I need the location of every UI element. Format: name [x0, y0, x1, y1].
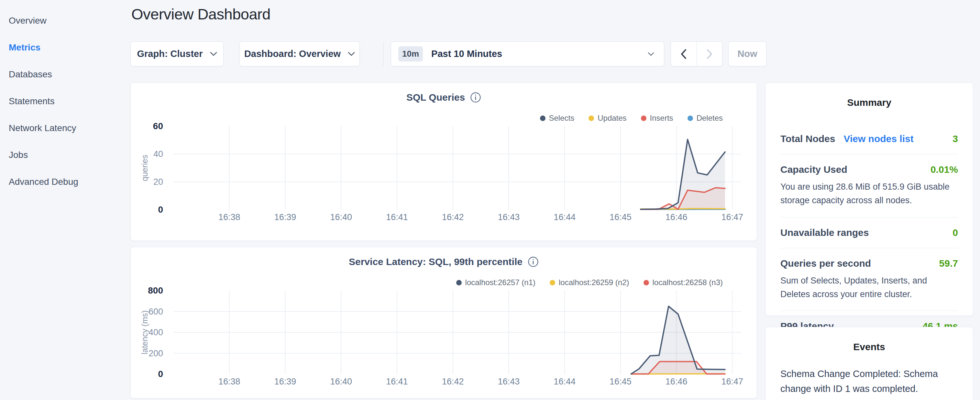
time-range-label: Past 10 Minutes: [431, 49, 502, 59]
x-tick-label: 16:43: [498, 377, 520, 386]
sql-queries-plot[interactable]: 020406016:3816:3916:4016:4116:4216:4316:…: [131, 83, 757, 236]
summary-row-description: You are using 28.6 MiB of 515.9 GiB usab…: [780, 180, 958, 207]
view-nodes-list-link[interactable]: View nodes list: [843, 133, 913, 144]
summary-row-label: Queries per second: [780, 258, 871, 269]
service-latency-plot[interactable]: 020040060080016:3816:3916:4016:4116:4216…: [131, 247, 757, 400]
y-tick-label: 60: [153, 121, 163, 131]
summary-row-unavailable-ranges: Unavailable ranges 0: [780, 217, 958, 248]
y-axis-title: latency (ms): [140, 310, 149, 354]
x-tick-label: 16:45: [609, 377, 632, 386]
sidebar-item-overview[interactable]: Overview: [0, 7, 123, 34]
x-tick-label: 16:39: [274, 377, 296, 386]
event-timestamp: May 13, 2020 at 4:45 PM: [780, 399, 958, 400]
events-title: Events: [780, 341, 958, 352]
time-range-badge: 10m: [398, 46, 423, 62]
y-tick-label: 40: [153, 149, 163, 159]
summary-row-label: Capacity Used: [780, 164, 847, 175]
page-title: Overview Dashboard: [131, 5, 270, 23]
x-tick-label: 16:39: [274, 212, 296, 222]
now-button[interactable]: Now: [728, 41, 767, 66]
summary-row-value: 0: [953, 227, 958, 238]
sidebar-item-databases[interactable]: Databases: [0, 61, 123, 88]
x-tick-label: 16:42: [442, 377, 464, 386]
x-tick-label: 16:44: [554, 212, 576, 222]
x-tick-label: 16:40: [330, 212, 352, 222]
summary-row-queries-per-second: Queries per second 59.7 Sum of Selects, …: [780, 248, 958, 311]
x-tick-label: 16:40: [330, 377, 352, 386]
y-axis-title: queries: [140, 155, 149, 181]
x-tick-label: 16:46: [665, 212, 687, 222]
sidebar-item-advanced-debug[interactable]: Advanced Debug: [0, 168, 123, 195]
dashboard-dropdown-label: Dashboard: Overview: [244, 49, 341, 59]
sidebar-item-jobs[interactable]: Jobs: [0, 142, 123, 168]
time-range-selector[interactable]: 10m Past 10 Minutes: [391, 41, 664, 66]
chevron-down-icon: [648, 52, 654, 56]
sidebar: Overview Metrics Databases Statements Ne…: [0, 0, 123, 195]
now-button-label: Now: [737, 49, 757, 59]
chevron-left-icon: [681, 49, 687, 59]
x-tick-label: 16:46: [665, 377, 687, 386]
summary-title: Summary: [780, 97, 958, 108]
event-text: Schema Change Completed: Schema change w…: [780, 367, 958, 397]
y-tick-label: 800: [148, 285, 163, 295]
x-tick-label: 16:38: [218, 377, 240, 386]
prev-interval-button[interactable]: [671, 42, 697, 66]
summary-row-label: Unavailable ranges: [780, 227, 869, 238]
x-tick-label: 16:47: [721, 377, 743, 386]
event-item[interactable]: Schema Change Completed: Schema change w…: [780, 367, 958, 400]
chevron-down-icon: [210, 52, 217, 56]
service-latency-card: Service Latency: SQL, 99th percentile lo…: [130, 247, 757, 398]
y-tick-label: 600: [148, 307, 163, 317]
events-panel: Events Schema Change Completed: Schema c…: [765, 327, 973, 400]
x-tick-label: 16:47: [721, 212, 743, 222]
chevron-right-icon: [706, 49, 713, 59]
x-tick-label: 16:44: [554, 377, 576, 386]
y-tick-label: 200: [148, 349, 163, 358]
chevron-down-icon: [348, 52, 355, 56]
summary-row-capacity-used: Capacity Used 0.01% You are using 28.6 M…: [780, 155, 958, 217]
summary-row-value: 3: [953, 133, 958, 144]
y-tick-label: 0: [158, 204, 163, 215]
sidebar-item-metrics[interactable]: Metrics: [0, 34, 123, 61]
time-pager: [671, 41, 722, 66]
sql-queries-card: SQL Queries SelectsUpdatesInsertsDeletes…: [130, 83, 757, 241]
y-tick-label: 0: [158, 369, 163, 379]
next-interval-button[interactable]: [697, 42, 722, 66]
x-tick-label: 16:42: [442, 212, 464, 222]
y-tick-label: 400: [148, 328, 163, 337]
y-tick-label: 20: [153, 177, 163, 187]
sidebar-item-network-latency[interactable]: Network Latency: [0, 115, 123, 142]
graph-dropdown-label: Graph: Cluster: [137, 49, 202, 59]
summary-row-value: 0.01%: [931, 164, 958, 175]
controls-divider: [383, 42, 384, 66]
summary-panel: Summary Total Nodes View nodes list 3 Ca…: [765, 83, 973, 316]
summary-row-label: Total Nodes: [780, 133, 835, 144]
x-tick-label: 16:41: [386, 212, 408, 222]
sidebar-item-statements[interactable]: Statements: [0, 88, 123, 115]
summary-row-description: Sum of Selects, Updates, Inserts, and De…: [780, 274, 958, 301]
dashboard-dropdown[interactable]: Dashboard: Overview: [239, 41, 360, 66]
x-tick-label: 16:41: [386, 377, 408, 386]
summary-row-value: 59.7: [939, 258, 958, 269]
x-tick-label: 16:45: [609, 212, 632, 222]
graph-dropdown[interactable]: Graph: Cluster: [130, 41, 224, 66]
x-tick-label: 16:43: [498, 212, 520, 222]
summary-row-total-nodes: Total Nodes View nodes list 3: [780, 124, 958, 155]
x-tick-label: 16:38: [218, 212, 240, 222]
